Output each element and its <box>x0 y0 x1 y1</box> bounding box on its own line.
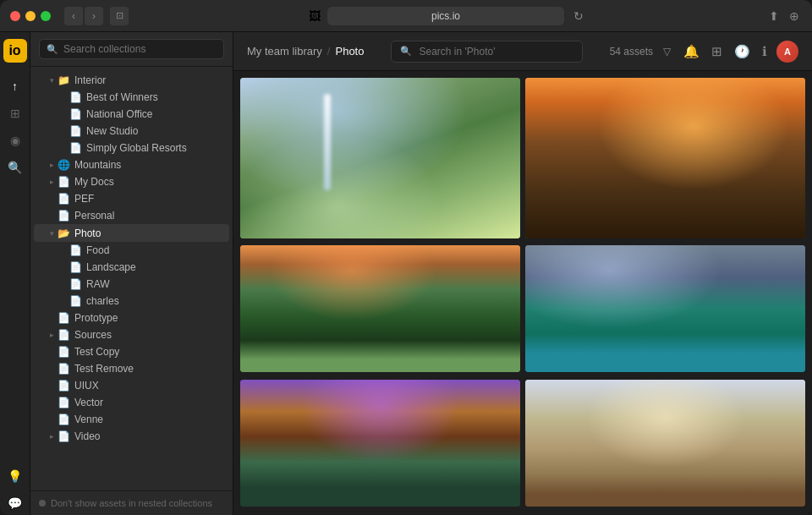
collections-search-input[interactable] <box>63 43 217 55</box>
sidebar-item-label: RAW <box>86 278 229 290</box>
app-logo[interactable]: io <box>3 39 27 63</box>
history-btn[interactable]: 🕐 <box>732 41 753 62</box>
sidebar-item-label: Test Copy <box>74 346 229 358</box>
sidebar-item-new-studio[interactable]: 📄 New Studio <box>34 123 229 140</box>
folder-icon: 📄 <box>58 193 70 205</box>
user-avatar[interactable]: A <box>776 41 798 63</box>
search-icon: 🔍 <box>400 46 412 57</box>
folder-icon: 📄 <box>69 244 82 256</box>
more-action-btn[interactable]: ⋯ <box>211 227 226 239</box>
sidebar-item-label: My Docs <box>74 176 229 188</box>
sidebar-item-label: charles <box>86 295 229 307</box>
folder-open-icon: 📂 <box>58 227 70 239</box>
folder-icon: 📄 <box>69 295 82 307</box>
sidebar-item-label: Prototype <box>74 312 229 324</box>
sidebar-item-vector[interactable]: 📄 Vector <box>34 394 229 411</box>
topbar-search-box[interactable]: 🔍 <box>391 41 582 63</box>
sidebar-item-prototype[interactable]: 📄 Prototype <box>34 310 229 326</box>
folder-icon: 📄 <box>58 397 70 408</box>
chevron-down-icon: ▾ <box>46 76 58 85</box>
photo-forest-river[interactable] <box>240 245 520 372</box>
chevron-right-icon: ▸ <box>46 432 58 441</box>
folder-icon: 📄 <box>69 125 82 137</box>
sidebar-item-photo[interactable]: ▾ 📂 Photo ↑ ⊕ ⋯ <box>34 224 229 242</box>
breadcrumb: My team library / Photo <box>247 45 364 58</box>
sidebar-footer: Don't show assets in nested collections <box>30 490 233 515</box>
bell-icon-btn[interactable]: 🔔 <box>681 41 702 62</box>
sidebar-tree: ▾ 📁 Interior 📄 Best of Winners 📄 Nationa… <box>30 67 233 490</box>
sidebar-item-label: Simply Global Resorts <box>86 142 229 154</box>
sidebar-item-label: Venne <box>74 414 229 425</box>
reload-button[interactable]: ↻ <box>571 7 586 25</box>
chevron-right-icon: ▸ <box>46 161 58 169</box>
stats-icon-btn[interactable]: ◉ <box>3 129 27 152</box>
chat-icon-btn[interactable]: 💬 <box>3 491 27 515</box>
sidebar-item-national-office[interactable]: 📄 National Office <box>34 106 229 123</box>
sidebar-item-label: Test Remove <box>74 363 229 375</box>
sidebar-item-my-docs[interactable]: ▸ 📄 My Docs <box>34 173 229 190</box>
sidebar-item-landscape[interactable]: 📄 Landscape <box>34 259 229 276</box>
photo-lake-boat[interactable] <box>525 245 805 372</box>
grid-icon-btn[interactable]: ⊞ <box>3 101 27 125</box>
sidebar-item-label: Video <box>74 430 229 442</box>
sidebar-item-food[interactable]: 📄 Food <box>34 242 229 259</box>
photo-snowy-mountain[interactable] <box>525 380 805 507</box>
sidebar-item-video[interactable]: ▸ 📄 Video <box>34 428 229 445</box>
folder-icon: 📄 <box>58 346 70 358</box>
folder-icon: 📄 <box>58 312 70 324</box>
back-button[interactable]: ‹ <box>64 7 83 25</box>
sidebar-item-venne[interactable]: 📄 Venne <box>34 411 229 428</box>
breadcrumb-parent[interactable]: My team library <box>247 45 322 58</box>
sidebar-item-mountains[interactable]: ▸ 🌐 Mountains <box>34 156 229 173</box>
chevron-right-icon: ▸ <box>46 178 58 186</box>
topbar-actions: 🔔 ⊞ 🕐 ℹ A <box>681 41 798 63</box>
footer-dot-icon <box>39 500 46 507</box>
photo-search-input[interactable] <box>419 46 573 58</box>
sidebar-item-uiux[interactable]: 📄 UIUX <box>34 377 229 394</box>
sidebar-item-interior[interactable]: ▾ 📁 Interior <box>34 72 229 89</box>
collections-search-box[interactable]: 🔍 <box>39 39 224 59</box>
sidebar: 🔍 ▾ 📁 Interior 📄 Best of Winners 📄 Natio… <box>30 32 233 515</box>
sidebar-item-label: Mountains <box>74 159 229 171</box>
titlebar-left: ‹ › ⊡ <box>10 7 129 25</box>
folder-icon: 📄 <box>58 380 70 392</box>
search-icon-btn[interactable]: 🔍 <box>3 156 27 179</box>
close-button[interactable] <box>10 11 20 21</box>
sidebar-item-charles[interactable]: 📄 charles <box>34 293 229 310</box>
maximize-button[interactable] <box>41 11 51 21</box>
grid-view-btn[interactable]: ⊞ <box>709 41 725 62</box>
folder-icon: 📄 <box>58 363 70 375</box>
filter-icon[interactable]: ▽ <box>663 46 671 58</box>
breadcrumb-separator: / <box>327 45 331 58</box>
tab-button[interactable]: ⊕ <box>787 7 802 25</box>
hint-icon-btn[interactable]: 💡 <box>3 464 27 488</box>
sidebar-item-test-remove[interactable]: 📄 Test Remove <box>34 360 229 377</box>
minimize-button[interactable] <box>25 11 36 21</box>
address-bar[interactable] <box>327 7 564 25</box>
sidebar-item-simply-global[interactable]: 📄 Simply Global Resorts <box>34 140 229 156</box>
photo-waterfall[interactable] <box>240 78 520 238</box>
nav-arrows: ‹ › <box>64 7 103 25</box>
titlebar-right: ⬆ ⊕ <box>766 7 802 25</box>
folder-icon: 📄 <box>69 142 82 154</box>
folder-icon: 📄 <box>58 210 70 222</box>
sidebar-item-test-copy[interactable]: 📄 Test Copy <box>34 343 229 360</box>
share-button[interactable]: ⬆ <box>766 7 782 25</box>
photo-sunset-road[interactable] <box>525 78 805 238</box>
add-action-btn[interactable]: ⊕ <box>197 227 210 239</box>
upload-action-btn[interactable]: ↑ <box>186 227 196 239</box>
sidebar-item-personal[interactable]: 📄 Personal <box>34 207 229 224</box>
upload-icon-btn[interactable]: ↑ <box>3 74 27 98</box>
folder-icon: 📄 <box>69 108 82 120</box>
sidebar-item-raw[interactable]: 📄 RAW <box>34 276 229 293</box>
window-layout-button[interactable]: ⊡ <box>110 7 129 25</box>
photo-purple-mountain[interactable] <box>240 380 520 507</box>
sidebar-item-label: Photo <box>74 227 186 239</box>
sidebar-item-label: PEF <box>74 193 229 205</box>
info-btn[interactable]: ℹ <box>760 41 770 62</box>
forward-button[interactable]: › <box>85 7 103 25</box>
sidebar-item-best-of-winners[interactable]: 📄 Best of Winners <box>34 89 229 106</box>
sidebar-item-sources[interactable]: ▸ 📄 Sources <box>34 326 229 343</box>
titlebar-center: 🖼 ↻ <box>309 7 586 25</box>
sidebar-item-pef[interactable]: 📄 PEF <box>34 190 229 207</box>
